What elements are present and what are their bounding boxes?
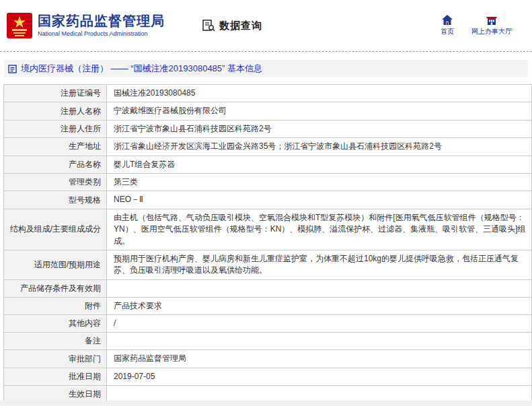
nav-home[interactable]: 首页 (441, 15, 454, 36)
row-label: 适用范围/预期用途 (4, 250, 107, 279)
row-label: 注册人住所 (4, 120, 107, 137)
row-label: 附件 (4, 297, 107, 314)
nmpa-logo: 国家药品监督管理局 National Medical Products Admi… (7, 13, 165, 38)
table-row: 注册人名称宁波戴维医疗器械股份有限公司 (4, 102, 532, 120)
row-value: NEO－Ⅱ (107, 191, 532, 209)
row-label: 其他内容 (4, 315, 107, 333)
table-row: 备注 (4, 333, 532, 350)
nav-service-hall[interactable]: 网上办事大厅 (471, 15, 512, 36)
row-value: 浙江省宁波市象山县石浦科技园区科苑路2号 (107, 120, 532, 137)
page-header: 国家药品监督管理局 National Medical Products Admi… (0, 0, 532, 51)
data-query-icon (202, 19, 215, 32)
row-value: 婴儿T组合复苏器 (107, 156, 532, 173)
org-name-cn: 国家药品监督管理局 (38, 13, 165, 29)
row-value: 浙江省象山经济开发区滨海工业园金兴路35号；浙江省宁波市象山县石浦科技园区科苑路… (107, 138, 532, 156)
data-query-label: 数据查询 (219, 20, 262, 32)
table-row: 型号规格NEO－Ⅱ (4, 191, 532, 209)
row-label: 结构及组成/主要组成成分 (4, 209, 107, 250)
table-row: 产品名称婴儿T组合复苏器 (4, 156, 532, 173)
table-row: 注册证编号国械注准20193080485 (4, 85, 532, 102)
page-title-bar: 境内医疗器械（注册） —— “国械注准20193080485” 基本信息 (4, 60, 528, 77)
row-value: / (107, 315, 532, 333)
row-label: 审批部门 (4, 350, 107, 368)
row-label: 生产地址 (4, 138, 107, 156)
table-row: 审批部门国家药品监督管理局 (4, 350, 532, 368)
org-name-en: National Medical Products Administration (38, 30, 165, 37)
row-label: 注册证编号 (4, 85, 107, 102)
row-label: 管理类别 (4, 173, 107, 191)
row-label: 批准日期 (4, 368, 107, 385)
nav-service-hall-label: 网上办事大厅 (471, 27, 512, 36)
row-value (107, 279, 532, 297)
row-value: 2019-07-05 (107, 368, 532, 385)
row-label: 产品储存条件及有效期 (4, 279, 107, 297)
row-value: 国械注准20193080485 (107, 85, 532, 102)
table-row: 批准日期2019-07-05 (4, 368, 532, 385)
row-label: 产品名称 (4, 156, 107, 173)
info-table-body: 注册证编号国械注准20193080485注册人名称宁波戴维医疗器械股份有限公司注… (4, 85, 532, 406)
title-doc-icon (8, 65, 17, 73)
nmpa-emblem-icon (7, 13, 32, 38)
row-label: 型号规格 (4, 191, 107, 209)
page-title: 境内医疗器械（注册） —— “国械注准20193080485” 基本信息 (21, 63, 262, 75)
header-nav: 首页 网上办事大厅 (441, 15, 525, 36)
device-info-table: 注册证编号国械注准20193080485注册人名称宁波戴维医疗器械股份有限公司注… (3, 84, 532, 406)
table-row: 生产地址浙江省象山经济开发区滨海工业园金兴路35号；浙江省宁波市象山县石浦科技园… (4, 138, 532, 156)
table-row: 适用范围/预期用途预期用于医疗机构产房、婴儿病房和新生儿重症监护室，为体重不超过… (4, 250, 532, 279)
row-value (107, 333, 532, 350)
row-value: 由主机（包括气路、气动负压吸引模块、空氧混合模块和T型复苏模块）和附件[医用氧气… (107, 209, 532, 250)
nav-home-label: 首页 (441, 27, 454, 36)
row-value: 国家药品监督管理局 (107, 350, 532, 368)
table-row: 结构及组成/主要组成成分由主机（包括气路、气动负压吸引模块、空氧混合模块和T型复… (4, 209, 532, 250)
home-icon (442, 15, 453, 25)
row-label: 备注 (4, 333, 107, 350)
table-row: 其他内容/ (4, 315, 532, 333)
table-row: 附件产品技术要求 (4, 297, 532, 314)
data-query-tab[interactable]: 数据查询 (202, 19, 262, 32)
row-value: 产品技术要求 (107, 297, 532, 314)
table-row: 产品储存条件及有效期 (4, 279, 532, 297)
row-value: 预期用于医疗机构产房、婴儿病房和新生儿重症监护室，为体重不超过10kg的婴儿提供… (107, 250, 532, 279)
row-value: 第三类 (107, 173, 532, 191)
header-divider (0, 51, 532, 52)
row-value: 宁波戴维医疗器械股份有限公司 (107, 102, 532, 120)
table-row: 注册人住所浙江省宁波市象山县石浦科技园区科苑路2号 (4, 120, 532, 137)
footer-strip (0, 401, 532, 406)
table-row: 管理类别第三类 (4, 173, 532, 191)
service-hall-icon (486, 15, 497, 25)
row-label: 注册人名称 (4, 102, 107, 120)
